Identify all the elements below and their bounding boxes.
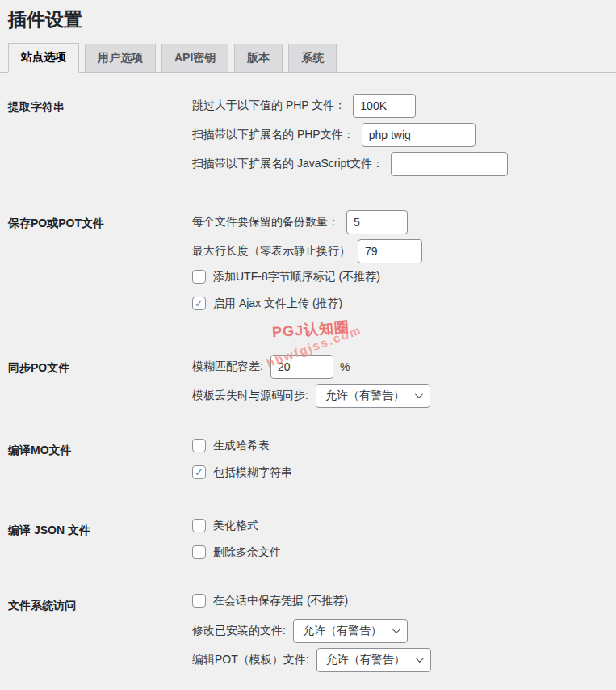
checkbox-label: 在会话中保存凭据 (不推荐) <box>213 594 348 608</box>
save-credentials-checkbox[interactable] <box>192 594 206 608</box>
field-save-credentials: 在会话中保存凭据 (不推荐) <box>192 592 616 610</box>
section-heading: 提取字符串 <box>8 94 192 116</box>
field-modify-installed: 修改已安装的文件: 允许（有警告） <box>192 619 616 643</box>
field-js-extensions: 扫描带以下扩展名的 JavaScript文件： <box>192 152 616 176</box>
percent-suffix: % <box>340 360 350 373</box>
chevron-down-icon <box>392 626 400 634</box>
field-backup-count: 每个文件要保留的备份数量： <box>192 210 616 234</box>
tab-version[interactable]: 版本 <box>234 44 283 72</box>
field-edit-pot: 编辑POT（模板）文件: 允许（有警告） <box>192 648 616 672</box>
chevron-down-icon <box>415 391 423 399</box>
field-sync-missing-template: 模板丢失时与源码同步: 允许（有警告） <box>192 384 616 408</box>
skip-php-size-input[interactable] <box>353 94 416 118</box>
tab-api-keys[interactable]: API密钥 <box>161 44 228 72</box>
checkbox-label: 美化格式 <box>213 519 258 533</box>
section-extract-strings: 提取字符串 跳过大于以下值的 PHP 文件： 扫描带以下扩展名的 PHP文件： … <box>8 94 616 181</box>
field-label: 模板丢失时与源码同步: <box>192 389 308 403</box>
chevron-down-icon <box>416 655 424 663</box>
include-fuzzy-checkbox[interactable]: ✓ <box>192 465 206 479</box>
checkbox-label: 启用 Ajax 文件上传 (推荐) <box>213 297 342 311</box>
js-extensions-input[interactable] <box>391 152 508 176</box>
field-hash-table: 生成哈希表 <box>192 437 616 455</box>
check-icon: ✓ <box>195 298 203 309</box>
tab-system[interactable]: 系统 <box>288 44 337 72</box>
checkbox-label: 生成哈希表 <box>213 439 270 453</box>
section-heading: 保存PO或POT文件 <box>8 210 192 232</box>
field-label: 每个文件要保留的备份数量： <box>192 215 339 229</box>
page-title: 插件设置 <box>8 8 616 32</box>
field-label: 最大行长度（零表示静止换行） <box>192 244 350 259</box>
field-utf8-bom: 添加UTF-8字节顺序标记 (不推荐) <box>192 268 616 286</box>
field-max-line-length: 最大行长度（零表示静止换行） <box>192 239 616 263</box>
backup-count-input[interactable] <box>346 210 408 234</box>
checkbox-label: 删除多余文件 <box>213 545 281 560</box>
php-extensions-input[interactable] <box>362 123 476 147</box>
field-php-extensions: 扫描带以下扩展名的 PHP文件： <box>192 123 616 147</box>
checkbox-label: 包括模糊字符串 <box>213 465 292 480</box>
field-label: 模糊匹配容差: <box>192 360 263 374</box>
select-value: 允许（有警告） <box>325 389 404 403</box>
section-heading: 编译 JSON 文件 <box>8 517 192 539</box>
max-line-length-input[interactable] <box>358 239 422 263</box>
sync-missing-template-select[interactable]: 允许（有警告） <box>316 384 430 408</box>
section-heading: 同步PO文件 <box>8 355 192 377</box>
checkbox-label: 添加UTF-8字节顺序标记 (不推荐) <box>213 270 380 284</box>
hash-table-checkbox[interactable] <box>192 439 206 452</box>
check-icon: ✓ <box>195 467 203 478</box>
section-compile-json: 编译 JSON 文件 美化格式 删除多余文件 <box>8 517 616 570</box>
section-heading: 文件系统访问 <box>8 592 192 614</box>
modify-installed-select[interactable]: 允许（有警告） <box>293 619 408 643</box>
utf8-bom-checkbox[interactable] <box>192 270 206 284</box>
section-compile-mo: 编译MO文件 生成哈希表 ✓ 包括模糊字符串 <box>8 437 616 490</box>
select-value: 允许（有警告） <box>303 624 382 638</box>
settings-form: 提取字符串 跳过大于以下值的 PHP 文件： 扫描带以下扩展名的 PHP文件： … <box>0 94 616 690</box>
edit-pot-select[interactable]: 允许（有警告） <box>316 648 431 672</box>
field-label: 扫描带以下扩展名的 JavaScript文件： <box>192 157 383 171</box>
field-label: 跳过大于以下值的 PHP 文件： <box>192 99 346 113</box>
section-filesystem-access: 文件系统访问 在会话中保存凭据 (不推荐) 修改已安装的文件: 允许（有警告） … <box>8 592 616 677</box>
pretty-print-checkbox[interactable] <box>192 519 206 532</box>
field-fuzzy-tolerance: 模糊匹配容差: % <box>192 355 616 379</box>
section-sync-po: 同步PO文件 模糊匹配容差: % 模板丢失时与源码同步: 允许（有警告） <box>8 355 616 413</box>
field-include-fuzzy: ✓ 包括模糊字符串 <box>192 464 616 482</box>
field-ajax-upload: ✓ 启用 Ajax 文件上传 (推荐) <box>192 295 616 313</box>
field-pretty-print: 美化格式 <box>192 517 616 535</box>
ajax-upload-checkbox[interactable]: ✓ <box>192 297 206 310</box>
tab-user-options[interactable]: 用户选项 <box>85 44 156 72</box>
tab-site-options[interactable]: 站点选项 <box>8 43 79 73</box>
section-heading: 编译MO文件 <box>8 437 192 459</box>
field-skip-php-size: 跳过大于以下值的 PHP 文件： <box>192 94 616 118</box>
field-label: 修改已安装的文件: <box>192 624 286 638</box>
remove-redundant-checkbox[interactable] <box>192 545 206 559</box>
field-label: 编辑POT（模板）文件: <box>192 653 309 667</box>
select-value: 允许（有警告） <box>326 653 405 667</box>
fuzzy-tolerance-input[interactable] <box>270 355 333 379</box>
tab-bar: 站点选项 用户选项 API密钥 版本 系统 <box>0 43 616 73</box>
field-remove-redundant: 删除多余文件 <box>192 544 616 562</box>
field-label: 扫描带以下扩展名的 PHP文件： <box>192 128 354 142</box>
section-save-po-pot: 保存PO或POT文件 每个文件要保留的备份数量： 最大行长度（零表示静止换行） … <box>8 210 616 322</box>
